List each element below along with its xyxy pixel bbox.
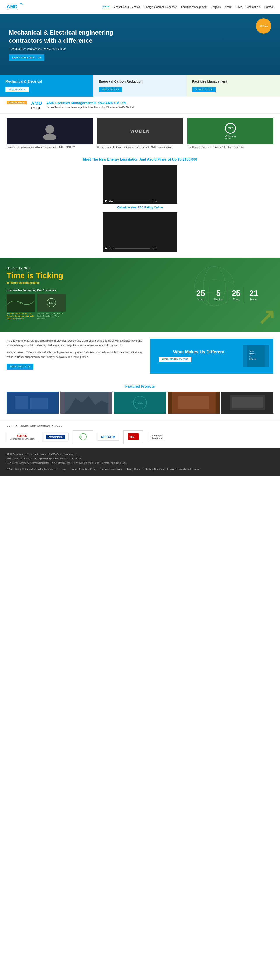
svg-rect-19 (30, 398, 48, 409)
stat-hours: 21 Hours (245, 286, 262, 303)
nav-energy[interactable]: Energy & Carbon Reduction (144, 5, 177, 8)
svg-text:Makes: Makes (250, 353, 254, 355)
news-section: Feature : In Conversation with James Tra… (0, 114, 280, 153)
svg-text:Net 0: Net 0 (49, 301, 56, 304)
announcement-headline: AMD Facilities Management is now AMD FM … (46, 101, 134, 105)
svg-text:LC: LC (79, 436, 82, 438)
svg-text:UK Map: UK Map (132, 401, 144, 404)
video-player-2[interactable]: 0:00 ⚙ ⛶ (103, 212, 177, 252)
partner-nic: NIC (123, 430, 144, 444)
partners-section: OUR PARTNERS AND ACCREDITATIONS CHAS ACC… (0, 420, 280, 448)
project-thumb-4[interactable] (221, 392, 274, 414)
partner-refcom: REFCOM (98, 433, 119, 441)
news-card-2: ZERO We're on ourway to The Race To Net … (187, 118, 274, 149)
project-thumb-3[interactable] (168, 392, 220, 414)
service-energy-title: Energy & Carbon Reduction (99, 80, 181, 83)
footer-line3: Registered Company Address Daughter Hous… (6, 461, 274, 465)
svg-point-9 (195, 267, 234, 306)
partners-logos: CHAS ACCREDITED CONTRACTOR SafeContracto… (6, 430, 274, 444)
projects-section: Featured Projects UK Map (0, 380, 280, 420)
about-learn-button[interactable]: LEARN MORE ABOUT US (159, 357, 191, 362)
svg-rect-18 (15, 396, 28, 409)
service-energy: Energy & Carbon Reduction VIEW SERVICES (93, 75, 187, 97)
stat-hours-label: Hours (250, 298, 258, 301)
net-zero-focus: In Focus: Decarbonisation (6, 282, 167, 285)
nav-contact[interactable]: Contact (264, 5, 274, 8)
project-thumb-1[interactable] (60, 392, 112, 414)
news-img-2: ZERO We're on ourway to (187, 118, 274, 144)
svg-text:Us: Us (250, 355, 251, 357)
hero-cta-button[interactable]: LEARN MORE ABOUT US (9, 54, 45, 60)
nz-card-success[interactable]: Net 0 Success: AMD Environmental Looks T… (37, 294, 66, 320)
nav-facilities[interactable]: Facilities Management (181, 5, 207, 8)
footer-link-environmental[interactable]: Environmental Policy (100, 467, 122, 471)
nav-about[interactable]: About (225, 5, 232, 8)
hero-badge: 50Years (256, 18, 271, 33)
about-para2: We specialise in 'Green' sustainable tec… (6, 350, 144, 359)
announcement-bar: ANNOUNCEMENT AMD FM Ltd. AMD Facilities … (0, 97, 280, 114)
video-player-1[interactable]: 0:00 ⚙ ⛶ (103, 165, 177, 204)
projects-grid: UK Map (6, 392, 274, 414)
service-facilities: Facilities Management VIEW SERVICES (187, 75, 280, 97)
service-energy-btn[interactable]: VIEW SERVICES (99, 87, 122, 92)
nz-card2-label: Success: AMD Environmental Looks To Make… (37, 312, 66, 320)
footer-line2: AMD Group Holdings Ltd | Company Registr… (6, 457, 274, 461)
amd-fm-logo: AMD FM Ltd. (31, 100, 42, 110)
header: AMD Environmental Home Mechanical & Elec… (0, 0, 280, 14)
svg-point-5 (20, 302, 22, 304)
footer-link-legal[interactable]: Legal (61, 467, 67, 471)
video-controls-1: 0:00 ⚙ ⛶ (104, 199, 157, 202)
hero-section: Mechanical & Electrical engineering cont… (0, 14, 280, 75)
service-facilities-title: Facilities Management (192, 80, 275, 83)
nz-card1-label: Featured: Public Sector Low Energy & Dec… (6, 312, 35, 320)
services-bar: Mechanical & Electrical VIEW SERVICES En… (0, 75, 280, 97)
footer-link-privacy[interactable]: Privacy & Cookies Policy (70, 467, 96, 471)
nav-testimonials[interactable]: Testimonials (246, 5, 261, 8)
net-zero-pre-headline: Net Zero by 2050 (6, 267, 167, 270)
service-facilities-btn[interactable]: VIEW SERVICES (192, 87, 216, 92)
nav-mechanical[interactable]: Mechanical & Electrical (113, 5, 141, 8)
about-box-image: What Makes Us Different (243, 345, 269, 367)
service-mechanical-btn[interactable]: VIEW SERVICES (5, 87, 29, 92)
about-cta-button[interactable]: MORE ABOUT US (6, 364, 34, 370)
video-controls-2: 0:00 ⚙ ⛶ (104, 247, 157, 250)
net-zero-supporting: How We Are Supporting Our Customers (6, 289, 167, 292)
footer-link-slavery[interactable]: Slavery Human Trafficking Statement | Eq… (126, 467, 201, 471)
epc-link[interactable]: Calculate Your EPC Rating Online (6, 206, 274, 209)
svg-text:What: What (250, 350, 254, 352)
svg-point-10 (203, 267, 225, 306)
nz-card-featured[interactable]: Featured: Public Sector Low Energy & Dec… (6, 294, 35, 320)
svg-text:NIC: NIC (130, 435, 134, 438)
news-card-1: WOMEN Career as an Electrical Engineer a… (97, 118, 183, 149)
net-zero-headline: Time is Ticking (6, 271, 167, 280)
news-caption-1: Career as an Electrical Engineer and wor… (97, 145, 183, 149)
partner-lowcarbon: LC (73, 430, 93, 444)
project-thumb-2[interactable]: UK Map (114, 392, 166, 414)
service-mechanical: Mechanical & Electrical VIEW SERVICES (0, 75, 93, 97)
footer-links: © AMD Group Holdings Ltd – All rights re… (6, 467, 274, 471)
stat-hours-num: 21 (250, 289, 258, 298)
partner-chas: CHAS ACCREDITED CONTRACTOR (6, 432, 38, 442)
nav-projects[interactable]: Projects (211, 5, 221, 8)
arrow-decoration: ↗ (257, 306, 276, 328)
main-nav: Home Mechanical & Electrical Energy & Ca… (102, 5, 274, 9)
news-caption-2: The Race To Net Zero – Energy & Carbon R… (187, 145, 274, 149)
about-para1: AMD Environmental are a Mechanical and E… (6, 339, 144, 348)
hero-content: Mechanical & Electrical engineering cont… (9, 29, 140, 60)
nav-home[interactable]: Home (102, 5, 109, 9)
nav-news[interactable]: News (235, 5, 242, 8)
net-zero-cards: Featured: Public Sector Low Energy & Dec… (6, 294, 167, 320)
partner-safecontractor: SafeContractor (42, 433, 69, 441)
footer: AMD Environmental is a trading name of A… (0, 448, 280, 476)
video-time-1: 0:00 (109, 200, 113, 202)
announcement-body: James Tranham has been appointed the Man… (46, 106, 134, 109)
svg-rect-25 (179, 396, 209, 409)
footer-copy: © AMD Group Holdings Ltd – All rights re… (6, 467, 58, 471)
svg-text:AMD: AMD (6, 4, 18, 10)
partner-approved: ApprovedContractor (148, 433, 166, 441)
logo: AMD Environmental (6, 2, 24, 11)
video-headline: Meet The New Energy Legislation And Avoi… (6, 158, 274, 161)
service-mechanical-title: Mechanical & Electrical (5, 80, 88, 83)
svg-point-2 (45, 125, 54, 134)
project-thumb-0[interactable] (6, 392, 59, 414)
